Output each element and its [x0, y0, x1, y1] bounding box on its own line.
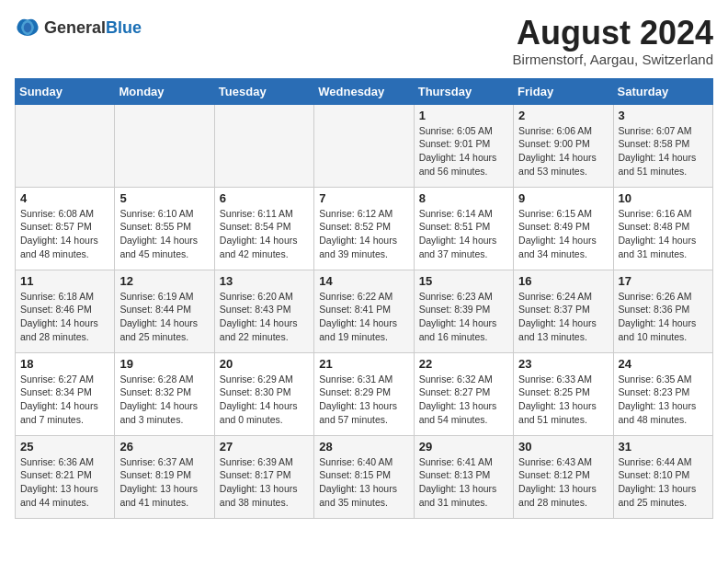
calendar-cell: [115, 104, 214, 187]
cell-content: Sunset: 8:37 PM: [518, 303, 608, 316]
cell-content: Daylight: 13 hours and 38 minutes.: [220, 482, 309, 509]
day-number: 12: [119, 274, 209, 288]
calendar-cell: [314, 104, 414, 187]
calendar-cell: 15Sunrise: 6:23 AMSunset: 8:39 PMDayligh…: [414, 270, 513, 352]
calendar-cell: 3Sunrise: 6:07 AMSunset: 8:58 PMDaylight…: [613, 104, 712, 187]
cell-content: Daylight: 14 hours and 16 minutes.: [419, 316, 508, 343]
calendar-cell: 6Sunrise: 6:11 AMSunset: 8:54 PMDaylight…: [214, 187, 313, 270]
week-row-3: 11Sunrise: 6:18 AMSunset: 8:46 PMDayligh…: [16, 270, 713, 352]
month-year-title: August 2024: [513, 15, 713, 52]
cell-content: Sunset: 8:12 PM: [518, 468, 608, 482]
cell-content: Daylight: 14 hours and 19 minutes.: [319, 316, 408, 343]
cell-content: Sunset: 8:13 PM: [419, 468, 508, 482]
cell-content: Sunrise: 6:33 AM: [518, 373, 608, 386]
calendar-cell: 24Sunrise: 6:35 AMSunset: 8:23 PMDayligh…: [613, 352, 712, 435]
calendar-cell: 21Sunrise: 6:31 AMSunset: 8:29 PMDayligh…: [314, 352, 414, 435]
header-day-tuesday: Tuesday: [214, 78, 313, 104]
cell-content: Sunset: 8:32 PM: [119, 385, 209, 399]
cell-content: Sunset: 8:15 PM: [319, 468, 408, 482]
day-number: 20: [220, 357, 309, 371]
cell-content: Sunrise: 6:12 AM: [319, 207, 408, 221]
calendar-cell: 19Sunrise: 6:28 AMSunset: 8:32 PMDayligh…: [115, 352, 214, 435]
cell-content: Sunset: 8:49 PM: [518, 220, 608, 234]
cell-content: Daylight: 14 hours and 56 minutes.: [419, 151, 508, 178]
cell-content: Sunset: 8:54 PM: [220, 220, 309, 234]
cell-content: Sunrise: 6:14 AM: [419, 207, 508, 221]
cell-content: Sunset: 8:55 PM: [119, 220, 209, 234]
cell-content: Daylight: 14 hours and 48 minutes.: [20, 234, 109, 260]
cell-content: Sunrise: 6:28 AM: [119, 373, 209, 386]
day-number: 29: [419, 440, 508, 454]
cell-content: Sunset: 8:41 PM: [319, 303, 408, 316]
cell-content: Daylight: 14 hours and 28 minutes.: [20, 316, 109, 343]
cell-content: Daylight: 13 hours and 31 minutes.: [419, 482, 508, 509]
calendar-cell: 28Sunrise: 6:40 AMSunset: 8:15 PMDayligh…: [314, 435, 414, 518]
cell-content: Sunset: 8:39 PM: [419, 303, 508, 316]
calendar-cell: 10Sunrise: 6:16 AMSunset: 8:48 PMDayligh…: [613, 187, 712, 270]
calendar-cell: 30Sunrise: 6:43 AMSunset: 8:12 PMDayligh…: [514, 435, 613, 518]
cell-content: Sunset: 8:25 PM: [518, 385, 608, 399]
cell-content: Daylight: 14 hours and 13 minutes.: [518, 316, 608, 343]
calendar-cell: 11Sunrise: 6:18 AMSunset: 8:46 PMDayligh…: [16, 270, 115, 352]
calendar-cell: 25Sunrise: 6:36 AMSunset: 8:21 PMDayligh…: [16, 435, 115, 518]
calendar-cell: 16Sunrise: 6:24 AMSunset: 8:37 PMDayligh…: [514, 270, 613, 352]
week-row-4: 18Sunrise: 6:27 AMSunset: 8:34 PMDayligh…: [16, 352, 713, 435]
day-number: 1: [419, 109, 508, 122]
day-number: 10: [619, 191, 708, 205]
cell-content: Sunset: 8:23 PM: [619, 385, 708, 399]
cell-content: Sunrise: 6:35 AM: [619, 373, 708, 386]
day-number: 26: [119, 440, 209, 454]
cell-content: Sunrise: 6:43 AM: [518, 455, 608, 469]
cell-content: Sunrise: 6:11 AM: [220, 207, 309, 221]
day-number: 7: [319, 191, 408, 205]
cell-content: Daylight: 14 hours and 51 minutes.: [619, 151, 708, 178]
cell-content: Sunset: 8:27 PM: [419, 385, 508, 399]
day-number: 23: [518, 357, 608, 371]
calendar-cell: 14Sunrise: 6:22 AMSunset: 8:41 PMDayligh…: [314, 270, 414, 352]
calendar-cell: 5Sunrise: 6:10 AMSunset: 8:55 PMDaylight…: [115, 187, 214, 270]
days-header-row: SundayMondayTuesdayWednesdayThursdayFrid…: [16, 78, 713, 104]
cell-content: Sunset: 8:17 PM: [220, 468, 309, 482]
day-number: 11: [20, 274, 109, 288]
calendar-cell: [214, 104, 313, 187]
cell-content: Daylight: 14 hours and 37 minutes.: [419, 234, 508, 260]
header-day-wednesday: Wednesday: [314, 78, 414, 104]
cell-content: Sunset: 8:58 PM: [619, 137, 708, 151]
cell-content: Daylight: 14 hours and 53 minutes.: [518, 151, 608, 178]
cell-content: Sunrise: 6:19 AM: [119, 290, 209, 304]
cell-content: Sunset: 9:00 PM: [518, 137, 608, 151]
cell-content: Sunset: 8:21 PM: [20, 468, 109, 482]
cell-content: Sunrise: 6:20 AM: [220, 290, 309, 304]
week-row-5: 25Sunrise: 6:36 AMSunset: 8:21 PMDayligh…: [16, 435, 713, 518]
calendar-cell: [16, 104, 115, 187]
cell-content: Daylight: 13 hours and 48 minutes.: [619, 399, 708, 426]
calendar-table: SundayMondayTuesdayWednesdayThursdayFrid…: [15, 78, 713, 519]
cell-content: Daylight: 14 hours and 25 minutes.: [119, 316, 209, 343]
cell-content: Sunrise: 6:06 AM: [518, 124, 608, 138]
cell-content: Sunset: 8:19 PM: [119, 468, 209, 482]
cell-content: Daylight: 13 hours and 44 minutes.: [20, 482, 109, 509]
cell-content: Sunset: 8:10 PM: [619, 468, 708, 482]
page-header: GeneralBlue August 2024 Birmenstorf, Aar…: [15, 15, 713, 67]
cell-content: Sunrise: 6:23 AM: [419, 290, 508, 304]
cell-content: Sunrise: 6:26 AM: [619, 290, 708, 304]
header-day-monday: Monday: [115, 78, 214, 104]
cell-content: Daylight: 14 hours and 39 minutes.: [319, 234, 408, 260]
logo-text: GeneralBlue: [44, 18, 142, 38]
cell-content: Sunrise: 6:07 AM: [619, 124, 708, 138]
cell-content: Sunrise: 6:15 AM: [518, 207, 608, 221]
day-number: 28: [319, 440, 408, 454]
day-number: 31: [619, 440, 708, 454]
calendar-cell: 8Sunrise: 6:14 AMSunset: 8:51 PMDaylight…: [414, 187, 513, 270]
cell-content: Sunrise: 6:36 AM: [20, 455, 109, 469]
day-number: 6: [220, 191, 309, 205]
day-number: 16: [518, 274, 608, 288]
day-number: 30: [518, 440, 608, 454]
cell-content: Daylight: 13 hours and 35 minutes.: [319, 482, 408, 509]
cell-content: Sunrise: 6:37 AM: [119, 455, 209, 469]
cell-content: Sunrise: 6:18 AM: [20, 290, 109, 304]
day-number: 18: [20, 357, 109, 371]
header-day-friday: Friday: [514, 78, 613, 104]
day-number: 15: [419, 274, 508, 288]
title-block: August 2024 Birmenstorf, Aargau, Switzer…: [513, 15, 713, 67]
